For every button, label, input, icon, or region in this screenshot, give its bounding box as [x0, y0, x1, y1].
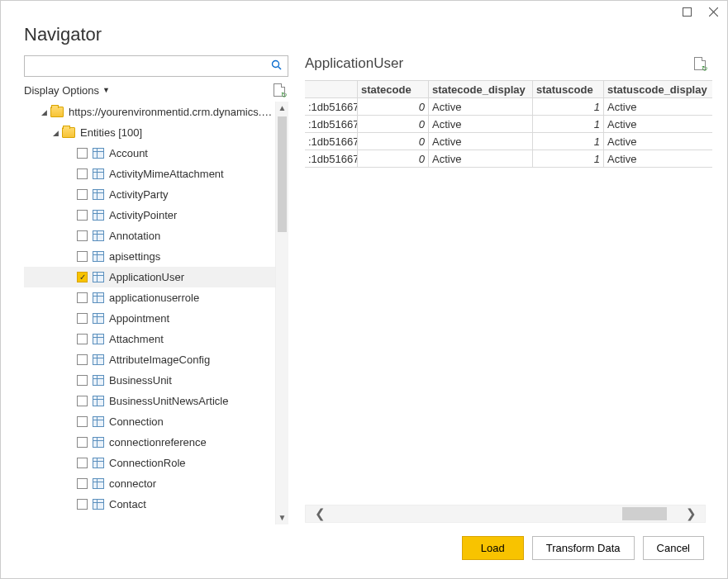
checkbox[interactable]	[77, 458, 88, 468]
entity-item[interactable]: ActivityMimeAttachment	[24, 164, 275, 184]
svg-point-3	[273, 60, 279, 67]
table-icon	[93, 375, 104, 386]
column-header[interactable]: statecode	[358, 81, 429, 97]
hscroll-thumb[interactable]	[622, 507, 667, 520]
search-icon[interactable]	[266, 59, 288, 74]
checkbox[interactable]	[77, 396, 88, 406]
search-input[interactable]	[25, 56, 266, 76]
entity-item[interactable]: connector	[24, 473, 275, 494]
cancel-button[interactable]: Cancel	[643, 536, 704, 560]
entity-item[interactable]: ConnectionRole	[24, 453, 275, 473]
entity-item[interactable]: BusinessUnit	[24, 370, 275, 391]
refresh-icon[interactable]	[274, 83, 285, 97]
entity-item[interactable]: Account	[24, 143, 275, 164]
checkbox[interactable]	[77, 354, 88, 365]
scroll-thumb[interactable]	[278, 116, 287, 232]
display-options-button[interactable]: Display Options ▼	[24, 84, 110, 97]
tree-root[interactable]: ◢https://yourenvironmentid.crm.dynamics.…	[24, 102, 275, 122]
checkbox[interactable]: ✓	[77, 272, 88, 282]
entity-item[interactable]: connectionreference	[24, 432, 275, 453]
svg-line-4	[278, 66, 282, 69]
header: Navigator	[1, 17, 727, 55]
table-cell: 0	[358, 133, 429, 149]
entity-item[interactable]: Connection	[24, 411, 275, 432]
entity-item[interactable]: ✓ApplicationUser	[24, 267, 275, 287]
entity-label: Appointment	[109, 312, 169, 325]
table-row[interactable]: :1db516670Active1Active	[305, 150, 712, 168]
entity-item[interactable]: Annotation	[24, 225, 275, 246]
entity-item[interactable]: Appointment	[24, 308, 275, 329]
table-cell: :1db51667	[305, 133, 358, 149]
table-icon	[93, 210, 104, 221]
checkbox[interactable]	[77, 230, 88, 241]
column-header[interactable]: statecode_display	[429, 81, 533, 97]
column-header[interactable]	[305, 81, 358, 97]
entity-item[interactable]: ActivityParty	[24, 184, 275, 205]
table-cell: Active	[604, 133, 712, 149]
table-icon	[93, 354, 104, 365]
table-icon	[93, 148, 104, 159]
entity-label: connector	[109, 477, 156, 490]
checkbox[interactable]	[77, 148, 88, 159]
checkbox[interactable]	[77, 189, 88, 200]
table-row[interactable]: :1db516670Active1Active	[305, 116, 712, 133]
checkbox[interactable]	[77, 313, 88, 324]
entity-label: ActivityMimeAttachment	[109, 168, 224, 180]
column-header[interactable]: statuscode_display	[604, 81, 712, 97]
checkbox[interactable]	[77, 292, 88, 303]
entities-label: Entities [100]	[80, 126, 142, 139]
table-cell: 1	[533, 150, 604, 167]
tree-scrollbar[interactable]: ▲ ▼	[275, 102, 288, 524]
footer: Load Transform Data Cancel	[1, 524, 727, 578]
collapse-icon[interactable]: ◢	[50, 129, 60, 137]
scroll-down-icon[interactable]: ▼	[276, 511, 288, 524]
entity-label: Connection	[109, 415, 164, 428]
table-row[interactable]: :1db516670Active1Active	[305, 98, 712, 116]
table-icon	[93, 499, 104, 510]
table-icon	[93, 396, 104, 406]
checkbox[interactable]	[77, 478, 88, 489]
preview-refresh-icon[interactable]	[694, 57, 706, 70]
entity-label: ConnectionRole	[109, 457, 186, 469]
load-button[interactable]: Load	[462, 536, 524, 560]
checkbox[interactable]	[77, 210, 88, 221]
checkbox[interactable]	[77, 334, 88, 344]
entity-label: applicationuserrole	[109, 292, 199, 304]
entity-item[interactable]: applicationuserrole	[24, 287, 275, 308]
checkbox[interactable]	[77, 375, 88, 386]
transform-data-button[interactable]: Transform Data	[532, 536, 635, 560]
table-icon	[93, 189, 104, 200]
entity-item[interactable]: apisettings	[24, 246, 275, 267]
table-cell: :1db51667	[305, 150, 358, 167]
close-icon[interactable]	[707, 6, 719, 17]
entity-label: Contact	[109, 498, 146, 510]
column-header[interactable]: statuscode	[533, 81, 604, 97]
checkbox[interactable]	[77, 168, 88, 179]
checkbox[interactable]	[77, 437, 88, 448]
navigator-window: Navigator Display Options ▼ ◢https://you…	[0, 0, 728, 579]
folder-icon	[50, 107, 64, 117]
scroll-left-icon[interactable]: ❮	[306, 506, 334, 521]
entity-item[interactable]: BusinessUnitNewsArticle	[24, 391, 275, 411]
entity-label: Attachment	[109, 333, 164, 345]
scroll-right-icon[interactable]: ❯	[677, 506, 705, 521]
entity-item[interactable]: AttributeImageConfig	[24, 349, 275, 370]
tree-entities[interactable]: ◢Entities [100]	[24, 122, 275, 143]
table-row[interactable]: :1db516670Active1Active	[305, 133, 712, 150]
table-cell: Active	[604, 116, 712, 132]
entity-item[interactable]: ActivityPointer	[24, 205, 275, 225]
entity-item[interactable]: Contact	[24, 494, 275, 515]
entity-tree[interactable]: ◢https://yourenvironmentid.crm.dynamics.…	[24, 102, 275, 524]
scroll-up-icon[interactable]: ▲	[276, 102, 288, 115]
search-box[interactable]	[24, 55, 288, 77]
horizontal-scrollbar[interactable]: ❮ ❯	[305, 505, 706, 523]
checkbox[interactable]	[77, 251, 88, 262]
collapse-icon[interactable]: ◢	[39, 108, 49, 116]
checkbox[interactable]	[77, 499, 88, 510]
table-icon	[93, 292, 104, 303]
tree-root-label: https://yourenvironmentid.crm.dynamics.…	[69, 106, 272, 118]
maximize-icon[interactable]	[681, 6, 692, 17]
checkbox[interactable]	[77, 416, 88, 427]
svg-rect-0	[683, 7, 691, 16]
entity-item[interactable]: Attachment	[24, 329, 275, 349]
